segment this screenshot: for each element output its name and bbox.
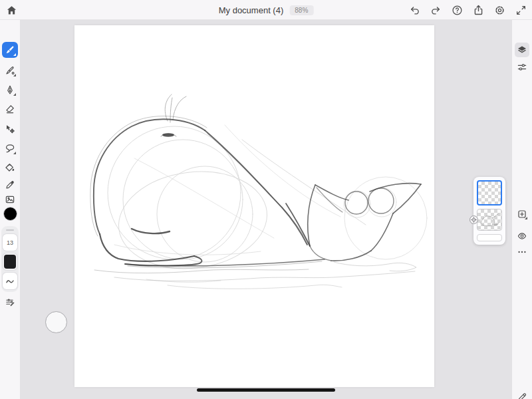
home-indicator-bar[interactable] [197, 388, 335, 392]
topbar-actions [409, 0, 527, 20]
pencil-icon [517, 392, 527, 399]
panel-layers-button[interactable] [515, 43, 529, 57]
tool-place-image[interactable] [2, 192, 18, 207]
group-drag-handle[interactable] [6, 229, 14, 231]
drawing-canvas[interactable] [74, 25, 434, 387]
zoom-level-badge[interactable]: 88% [289, 5, 313, 15]
tool-fill[interactable] [2, 160, 18, 176]
smoothing-wave-icon [5, 276, 15, 287]
app-window: My document (4) 88% [0, 0, 532, 399]
pencil-settings-button[interactable] [515, 390, 529, 399]
live-brush-icon [5, 65, 15, 76]
help-icon[interactable] [452, 5, 463, 16]
home-icon[interactable] [6, 5, 17, 16]
document-title[interactable]: My document (4) [219, 5, 284, 15]
brush-settings-icon [5, 297, 15, 307]
add-layer-icon [517, 209, 527, 219]
document-title-group: My document (4) 88% [219, 0, 314, 20]
add-layer-button[interactable] [515, 207, 529, 221]
tool-live-brush[interactable] [2, 63, 18, 78]
brush-size-chip[interactable]: 13 [3, 234, 17, 251]
redo-icon[interactable] [430, 5, 442, 16]
layer-2-thumbnail[interactable] [477, 209, 502, 231]
layer-2-sketch-preview [477, 209, 501, 230]
fill-bucket-icon [5, 162, 15, 173]
image-icon [5, 194, 15, 205]
adjustments-icon [517, 62, 527, 72]
settings-gear-icon[interactable] [494, 5, 505, 16]
layer-visibility-icon [517, 231, 527, 241]
pixel-brush-icon [5, 45, 15, 55]
share-icon[interactable] [473, 5, 484, 16]
fullscreen-icon[interactable] [515, 5, 527, 16]
brush-options-group: 13 [1, 226, 19, 292]
tool-brush-settings[interactable] [2, 294, 18, 310]
eraser-icon [5, 104, 15, 114]
tool-move[interactable] [2, 121, 18, 137]
whale-sketch-artwork [74, 25, 434, 387]
touch-shortcut-button[interactable] [45, 311, 67, 333]
vector-brush-icon [5, 84, 15, 95]
layers-panel [473, 177, 505, 245]
color-picker[interactable] [3, 207, 17, 221]
tool-vector-brush[interactable] [2, 82, 18, 98]
tool-eraser[interactable] [2, 101, 18, 117]
transform-target-icon[interactable] [469, 215, 478, 224]
top-bar: My document (4) 88% [0, 0, 532, 20]
tool-eyedropper[interactable] [2, 177, 18, 193]
layers-icon [517, 45, 527, 55]
background-layer-thumbnail[interactable] [477, 234, 502, 241]
layer-1-thumbnail[interactable] [477, 180, 502, 205]
eyedropper-icon [5, 180, 15, 190]
move-icon [5, 124, 15, 134]
panel-adjustments-button[interactable] [515, 60, 529, 74]
brush-size-value: 13 [7, 239, 13, 246]
ellipsis-icon [517, 247, 527, 257]
left-toolbar: 13 [0, 20, 20, 399]
tool-pixel-brush[interactable] [2, 42, 18, 58]
right-toolbar [512, 20, 532, 399]
layer-options-button[interactable] [515, 245, 529, 259]
tool-lasso[interactable] [2, 140, 18, 156]
color-swatch-chip[interactable] [3, 253, 17, 270]
lasso-icon [5, 143, 15, 154]
undo-icon[interactable] [409, 5, 420, 16]
layer-visibility-button[interactable] [515, 229, 529, 243]
smoothing-chip[interactable] [3, 273, 17, 289]
